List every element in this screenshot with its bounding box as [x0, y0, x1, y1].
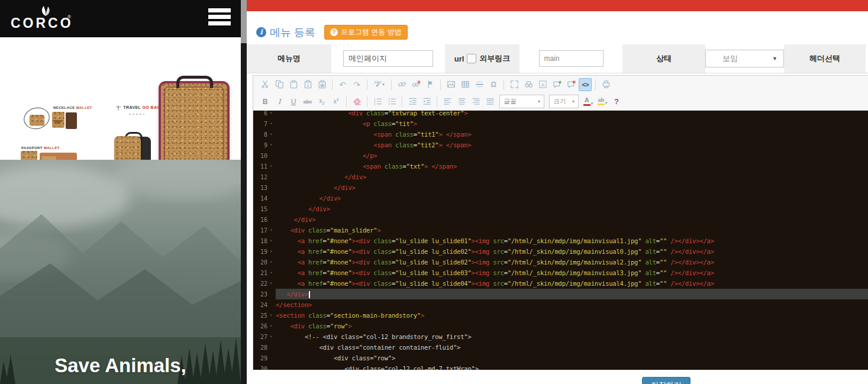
preview-scrollbar-thumb[interactable] [241, 0, 247, 43]
paste-icon[interactable] [287, 78, 300, 91]
bg-color-icon[interactable]: ab▾ [596, 95, 609, 108]
outdent-icon[interactable] [406, 95, 419, 108]
hero-title-line1: Save Animals, [0, 354, 241, 377]
table-icon[interactable] [459, 78, 472, 91]
bulleted-list-icon[interactable] [385, 95, 398, 108]
indent-icon[interactable] [420, 95, 433, 108]
fold-arrow-icon[interactable]: ▾ [267, 260, 275, 264]
redo-icon[interactable]: ↷ [350, 78, 363, 91]
comment-add-icon[interactable] [550, 78, 563, 91]
palm-icon [116, 105, 121, 111]
remove-format-icon[interactable] [350, 95, 363, 108]
fold-arrow-icon[interactable]: ▾ [267, 270, 275, 275]
undo-icon[interactable]: ↶ [336, 78, 349, 91]
code-line: 7▾ <p class="tit"> [253, 118, 868, 129]
special-char-icon[interactable]: Ω [487, 78, 500, 91]
code-line: 28 <div class="container container-fluid… [253, 342, 868, 353]
subscript-icon[interactable]: x2 [315, 95, 328, 108]
top-red-bar [247, 0, 868, 11]
fold-arrow-icon[interactable]: ▾ [267, 164, 275, 169]
program-link-help-button[interactable]: ? 프로그램 연동 방법 [324, 25, 408, 40]
mountain-photo [0, 160, 241, 384]
fold-arrow-icon[interactable]: ▾ [267, 143, 275, 147]
align-justify-icon[interactable] [483, 95, 496, 108]
header-select-label: 헤더선택 [784, 44, 866, 73]
fold-arrow-icon[interactable]: ▾ [267, 249, 275, 254]
code-line: 25▾<section class="section-main-brandsto… [253, 310, 868, 321]
fold-arrow-icon[interactable]: ▾ [267, 281, 275, 286]
svg-text:W: W [320, 83, 324, 88]
maximize-icon[interactable] [508, 78, 521, 91]
fold-arrow-icon[interactable]: ▾ [267, 238, 275, 243]
strike-icon[interactable]: abc [301, 95, 314, 108]
text-color-icon[interactable]: A▾ [582, 95, 595, 108]
font-select-dropdown[interactable]: 글꼴▾ [499, 95, 544, 108]
site-preview: CORCO ® NECKLACE WALLET PASSPORT WALLET [0, 0, 241, 384]
italic-icon[interactable]: I [273, 95, 286, 108]
registered-mark: ® [67, 14, 71, 20]
paste-text-icon[interactable]: A [301, 78, 314, 91]
menu-name-input[interactable] [343, 50, 433, 67]
small-backpack [114, 133, 151, 160]
fold-arrow-icon[interactable]: ▾ [267, 334, 275, 339]
source-code-area[interactable]: 6▾ <div class="txtwrap text-center">7▾ <… [253, 111, 868, 370]
code-line: 10 </p> [253, 150, 868, 161]
ordered-list-icon[interactable]: 123 [371, 95, 384, 108]
cork-wallet [52, 112, 64, 128]
image-icon[interactable] [444, 78, 457, 91]
svg-text:3: 3 [373, 103, 375, 106]
fold-arrow-icon[interactable]: ▾ [267, 313, 275, 318]
spellcheck-icon[interactable]: ABC✓▾ [371, 78, 388, 91]
size-select-dropdown[interactable]: 크기▾ [549, 95, 579, 108]
fold-arrow-icon[interactable]: ▾ [267, 228, 275, 233]
open-wallet [40, 153, 77, 160]
fold-arrow-icon[interactable]: ▾ [267, 121, 275, 126]
anchor-icon[interactable] [424, 78, 437, 91]
chevron-down-icon: ▾ [572, 99, 575, 104]
url-input[interactable] [539, 50, 604, 67]
comment-remove-icon[interactable] [564, 78, 577, 91]
unlink-icon[interactable] [409, 78, 422, 91]
code-line: 12 </div> [253, 172, 868, 182]
code-line: 11▾ <span class="txt"> </span> [253, 161, 868, 172]
find-icon[interactable] [522, 78, 535, 91]
align-right-icon[interactable] [469, 95, 482, 108]
superscript-icon[interactable]: x2 [330, 95, 343, 108]
underline-icon[interactable]: U [287, 95, 300, 108]
align-left-icon[interactable] [441, 95, 454, 108]
toolbar-separator [332, 79, 333, 90]
fold-arrow-icon[interactable]: ▾ [267, 111, 275, 115]
horizontal-rule-icon[interactable] [473, 78, 486, 91]
code-line: 24</section> [253, 299, 868, 310]
code-line: 19▾ <a href="#none"><div class="lu_slide… [253, 246, 868, 257]
toolbar-separator [402, 96, 402, 107]
code-line: 22▾ <a href="#none"><div class="lu_slide… [253, 278, 868, 289]
toolbar-separator [595, 79, 596, 90]
necklace-wallet-label: NECKLACE WALLET [53, 106, 92, 109]
print-icon[interactable] [599, 78, 612, 91]
preview-header: CORCO ® [0, 0, 241, 37]
bold-icon[interactable]: B [259, 95, 272, 108]
status-select[interactable]: 보임 ▼ [705, 50, 784, 67]
code-line: 15 </div> [253, 204, 868, 214]
help-icon[interactable]: ? [610, 95, 623, 108]
fold-arrow-icon[interactable]: ▾ [267, 324, 275, 328]
paste-word-icon[interactable]: W [315, 78, 328, 91]
travel-subtext [129, 114, 144, 115]
cut-icon[interactable] [259, 78, 272, 91]
copy-icon[interactable] [273, 78, 286, 91]
hamburger-icon[interactable] [208, 8, 231, 28]
code-line: 20▾ <a href="#none"><div class="lu_slide… [253, 257, 868, 267]
external-link-checkbox[interactable] [467, 54, 476, 63]
source-icon[interactable]: <> [579, 78, 592, 91]
preview-scrollbar [241, 0, 247, 384]
corco-logo: CORCO ® [11, 2, 82, 36]
select-all-icon[interactable]: A [536, 78, 549, 91]
link-icon[interactable] [395, 78, 408, 91]
passport-cover [21, 151, 37, 160]
chevron-down-icon: ▾ [538, 99, 540, 104]
save-button[interactable]: 저장하기 [642, 377, 690, 384]
code-line: 27▾ <!-- <div class="col-12 brandstory_r… [253, 331, 868, 342]
fold-arrow-icon[interactable]: ▾ [267, 132, 275, 137]
align-center-icon[interactable] [455, 95, 468, 108]
